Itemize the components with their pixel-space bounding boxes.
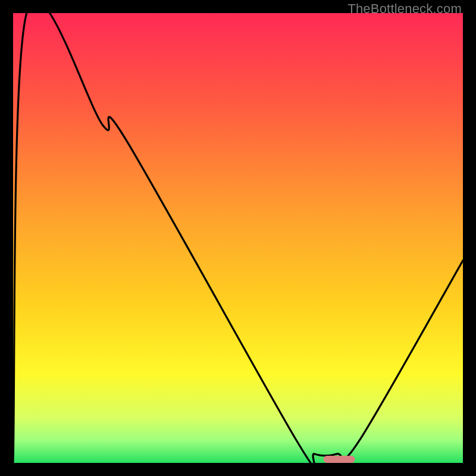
chart-svg bbox=[13, 13, 463, 463]
minimum-marker bbox=[324, 456, 355, 463]
chart-frame bbox=[13, 13, 463, 463]
chart-background bbox=[13, 13, 463, 463]
